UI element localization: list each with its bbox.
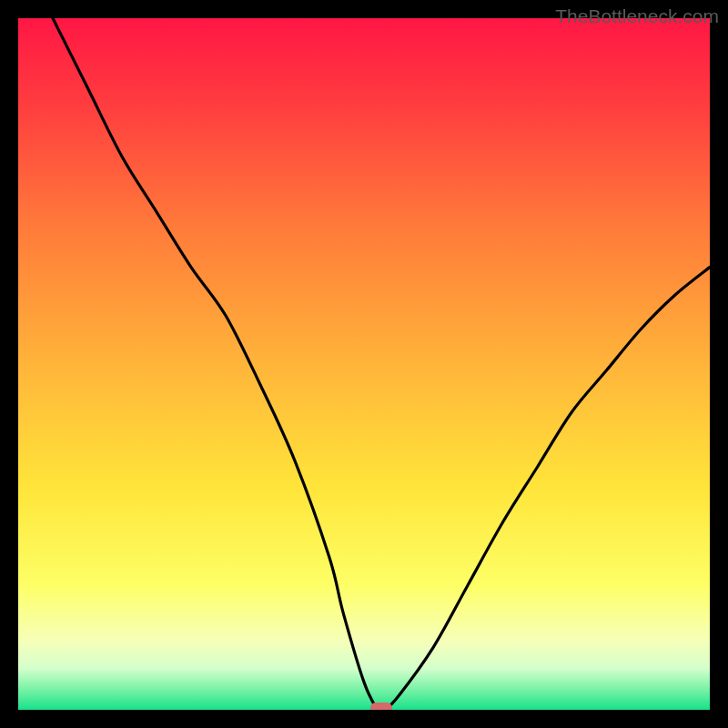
chart-background (18, 18, 710, 710)
watermark-text: TheBottleneck.com (555, 5, 719, 27)
chart-svg (18, 18, 710, 710)
optimal-marker (370, 703, 392, 710)
chart-plot-area (18, 18, 710, 710)
